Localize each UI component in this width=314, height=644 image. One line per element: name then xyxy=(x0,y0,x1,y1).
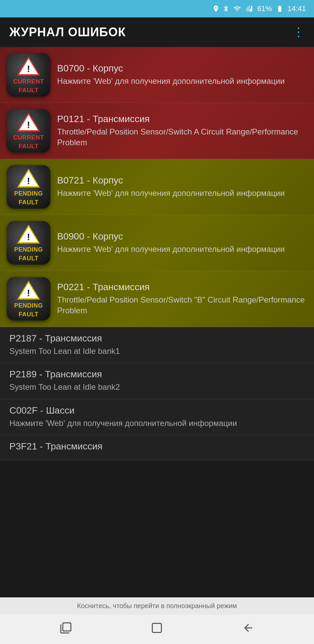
fault-type-label: PENDING xyxy=(14,190,43,198)
bluetooth-icon xyxy=(222,5,230,12)
warning-triangle-icon: ! xyxy=(16,223,41,245)
fault-type-label: CURRENT xyxy=(13,134,44,142)
fault-code: B0700 - Корпус xyxy=(57,63,307,74)
fault-info: C002F - Шасси Нажмите 'Web' для получени… xyxy=(7,405,307,429)
fullscreen-hint[interactable]: Коснитесь, чтобы перейти в полноэкранный… xyxy=(0,597,314,614)
fault-badge: ! CURRENT FAULT xyxy=(7,53,50,97)
fault-type-label: PENDING xyxy=(14,302,43,310)
fault-description: System Too Lean at Idle bank1 xyxy=(9,346,307,357)
more-options-icon[interactable]: ⋮ xyxy=(293,26,305,38)
fault-type-label-2: FAULT xyxy=(18,199,38,206)
battery-icon xyxy=(275,5,285,12)
fault-type-label: PENDING xyxy=(14,246,43,254)
fault-description: Нажмите 'Web' для получения дополнительн… xyxy=(57,244,307,255)
back-button[interactable] xyxy=(235,619,261,640)
fault-type-label: CURRENT xyxy=(13,78,44,86)
fault-type-label-2: FAULT xyxy=(18,311,38,318)
list-item[interactable]: C002F - Шасси Нажмите 'Web' для получени… xyxy=(0,399,314,435)
fault-info: B0721 - Корпус Нажмите 'Web' для получен… xyxy=(57,175,307,199)
svg-text:!: ! xyxy=(27,288,30,298)
fault-code: C002F - Шасси xyxy=(9,405,307,416)
fault-list: ! CURRENT FAULT B0700 - Корпус Нажмите '… xyxy=(0,47,314,511)
svg-text:!: ! xyxy=(27,64,30,74)
page-title: ЖУРНАЛ ОШИБОК xyxy=(9,25,126,39)
list-item[interactable]: ! PENDING FAULT B0721 - Корпус Нажмите '… xyxy=(0,159,314,215)
fault-description: Throttle/Pedal Position Sensor/Switch "B… xyxy=(57,294,307,316)
list-item[interactable]: P3F21 - Трансмиссия xyxy=(0,435,314,460)
fault-badge: ! CURRENT FAULT xyxy=(7,109,50,153)
navigation-bar xyxy=(0,614,314,644)
bottom-bar: Коснитесь, чтобы перейти в полноэкранный… xyxy=(0,597,314,644)
fault-info: P2189 - Трансмиссия System Too Lean at I… xyxy=(7,369,307,392)
fault-badge: ! PENDING FAULT xyxy=(7,165,50,209)
home-button[interactable] xyxy=(144,619,170,640)
fault-description: Throttle/Pedal Position Sensor/Switch A … xyxy=(57,126,307,148)
wifi-icon xyxy=(232,5,242,12)
warning-triangle-icon: ! xyxy=(16,279,41,301)
list-item[interactable]: ! PENDING FAULT B0900 - Корпус Нажмите '… xyxy=(0,215,314,271)
signal-icon xyxy=(244,5,255,12)
recent-apps-button[interactable] xyxy=(53,619,79,640)
fault-type-label-2: FAULT xyxy=(18,87,38,94)
battery-percent: 61% xyxy=(257,4,272,13)
fault-code: P0221 - Трансмиссия xyxy=(57,282,307,292)
fault-type-label-2: FAULT xyxy=(18,143,38,150)
toolbar: ЖУРНАЛ ОШИБОК ⋮ xyxy=(0,17,314,47)
fault-description: Нажмите 'Web' для получения дополнительн… xyxy=(9,418,307,429)
fault-badge: ! PENDING FAULT xyxy=(7,277,50,321)
list-item[interactable]: P2187 - Трансмиссия System Too Lean at I… xyxy=(0,327,314,363)
fault-badge: ! PENDING FAULT xyxy=(7,221,50,265)
list-item[interactable]: ! PENDING FAULT P0221 - Трансмиссия Thro… xyxy=(0,271,314,327)
fault-info: B0900 - Корпус Нажмите 'Web' для получен… xyxy=(57,231,307,255)
fault-code: P3F21 - Трансмиссия xyxy=(9,441,307,452)
fault-description: System Too Lean at Idle bank2 xyxy=(9,382,307,392)
list-item[interactable]: ! CURRENT FAULT B0700 - Корпус Нажмите '… xyxy=(0,47,314,103)
fault-code: P0121 - Трансмиссия xyxy=(57,114,307,124)
fault-code: B0721 - Корпус xyxy=(57,175,307,186)
fault-info: B0700 - Корпус Нажмите 'Web' для получен… xyxy=(57,63,307,87)
svg-rect-15 xyxy=(152,623,162,632)
fault-description: Нажмите 'Web' для получения дополнительн… xyxy=(57,188,307,199)
svg-text:!: ! xyxy=(27,176,30,186)
fault-description: Нажмите 'Web' для получения дополнительн… xyxy=(57,76,307,87)
fault-type-label-2: FAULT xyxy=(18,255,38,262)
fault-info: P2187 - Трансмиссия System Too Lean at I… xyxy=(7,333,307,357)
fault-info: P3F21 - Трансмиссия xyxy=(7,441,307,454)
status-bar: 61% 14:41 xyxy=(0,0,314,17)
time: 14:41 xyxy=(287,4,306,13)
svg-text:!: ! xyxy=(27,120,30,130)
fault-code: P2189 - Трансмиссия xyxy=(9,369,307,380)
list-item[interactable]: P2189 - Трансмиссия System Too Lean at I… xyxy=(0,363,314,399)
warning-triangle-icon: ! xyxy=(16,167,41,189)
svg-text:!: ! xyxy=(27,232,30,242)
status-icons: 61% 14:41 xyxy=(212,4,306,13)
location-icon xyxy=(212,5,220,12)
fault-info: P0221 - Трансмиссия Throttle/Pedal Posit… xyxy=(57,282,307,316)
warning-triangle-icon: ! xyxy=(16,55,41,77)
list-item[interactable]: ! CURRENT FAULT P0121 - Трансмиссия Thro… xyxy=(0,103,314,159)
fault-code: B0900 - Корпус xyxy=(57,231,307,242)
fault-info: P0121 - Трансмиссия Throttle/Pedal Posit… xyxy=(57,114,307,148)
warning-triangle-icon: ! xyxy=(16,111,41,133)
fault-code: P2187 - Трансмиссия xyxy=(9,333,307,344)
